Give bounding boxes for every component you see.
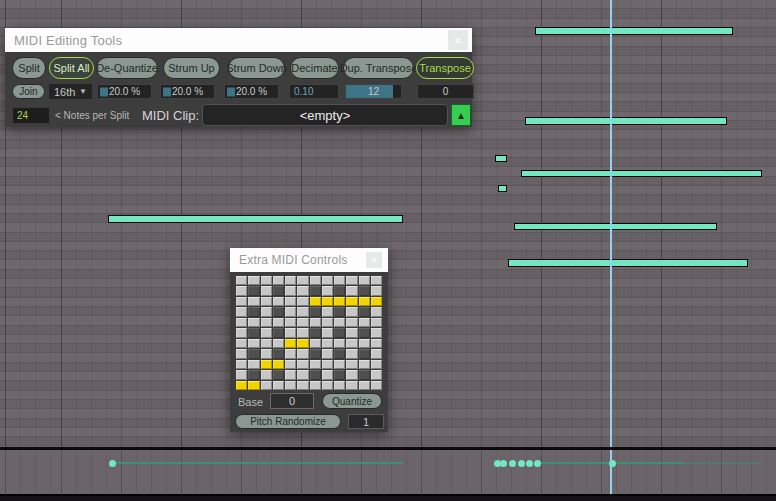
- midi-note[interactable]: [535, 27, 611, 35]
- matrix-cell[interactable]: [346, 307, 357, 316]
- matrix-cell[interactable]: [310, 381, 321, 390]
- matrix-cell[interactable]: [346, 370, 357, 379]
- matrix-cell[interactable]: [236, 339, 247, 348]
- matrix-cell[interactable]: [334, 318, 345, 327]
- matrix-cell[interactable]: [273, 307, 284, 316]
- midi-note[interactable]: [611, 27, 733, 35]
- matrix-cell[interactable]: [248, 318, 259, 327]
- split-all-button[interactable]: Split All: [49, 57, 94, 79]
- matrix-cell[interactable]: [248, 339, 259, 348]
- matrix-cell[interactable]: [334, 276, 345, 285]
- notes-per-split-field[interactable]: 24: [12, 107, 50, 124]
- matrix-cell[interactable]: [359, 297, 370, 306]
- matrix-cell[interactable]: [322, 286, 333, 295]
- matrix-cell[interactable]: [334, 381, 345, 390]
- pitch-randomize-value-field[interactable]: 1: [348, 414, 384, 429]
- matrix-cell[interactable]: [273, 297, 284, 306]
- midi-tools-titlebar[interactable]: MIDI Editing Tools ×: [5, 28, 472, 52]
- matrix-cell[interactable]: [322, 307, 333, 316]
- matrix-cell[interactable]: [261, 370, 272, 379]
- strum-down-amount-field[interactable]: 20.0 %: [224, 84, 279, 99]
- matrix-cell[interactable]: [359, 328, 370, 337]
- matrix-cell[interactable]: [346, 328, 357, 337]
- matrix-cell[interactable]: [310, 339, 321, 348]
- matrix-cell[interactable]: [334, 307, 345, 316]
- matrix-cell[interactable]: [285, 276, 296, 285]
- matrix-cell[interactable]: [248, 328, 259, 337]
- matrix-cell[interactable]: [261, 297, 272, 306]
- matrix-cell[interactable]: [371, 370, 382, 379]
- matrix-cell[interactable]: [261, 360, 272, 369]
- matrix-cell[interactable]: [261, 339, 272, 348]
- matrix-cell[interactable]: [322, 349, 333, 358]
- matrix-cell[interactable]: [359, 370, 370, 379]
- matrix-cell[interactable]: [322, 297, 333, 306]
- matrix-cell[interactable]: [334, 370, 345, 379]
- dequantize-amount-field[interactable]: 20.0 %: [97, 84, 152, 99]
- matrix-cell[interactable]: [248, 349, 259, 358]
- transpose-amount-field[interactable]: 0: [417, 84, 474, 99]
- matrix-cell[interactable]: [310, 307, 321, 316]
- dup-transpose-semitones-field[interactable]: 12: [345, 84, 402, 99]
- matrix-cell[interactable]: [261, 381, 272, 390]
- matrix-cell[interactable]: [334, 328, 345, 337]
- matrix-cell[interactable]: [346, 276, 357, 285]
- pitch-randomize-button[interactable]: Pitch Randomize: [235, 414, 341, 429]
- matrix-cell[interactable]: [322, 328, 333, 337]
- matrix-cell[interactable]: [273, 328, 284, 337]
- midi-note[interactable]: [521, 170, 611, 177]
- close-icon[interactable]: ×: [366, 252, 382, 268]
- matrix-cell[interactable]: [273, 339, 284, 348]
- matrix-cell[interactable]: [285, 349, 296, 358]
- matrix-cell[interactable]: [371, 349, 382, 358]
- matrix-cell[interactable]: [310, 297, 321, 306]
- matrix-cell[interactable]: [236, 318, 247, 327]
- matrix-cell[interactable]: [236, 370, 247, 379]
- midi-note[interactable]: [498, 185, 507, 192]
- decimate-amount-field[interactable]: 0.10: [289, 84, 339, 99]
- matrix-cell[interactable]: [273, 370, 284, 379]
- matrix-cell[interactable]: [346, 360, 357, 369]
- matrix-cell[interactable]: [248, 276, 259, 285]
- strum-up-button[interactable]: Strum Up: [163, 57, 220, 79]
- matrix-cell[interactable]: [310, 370, 321, 379]
- midi-note[interactable]: [508, 259, 611, 267]
- matrix-cell[interactable]: [236, 381, 247, 390]
- midi-note[interactable]: [611, 259, 748, 267]
- matrix-cell[interactable]: [273, 381, 284, 390]
- matrix-cell[interactable]: [285, 370, 296, 379]
- matrix-cell[interactable]: [297, 286, 308, 295]
- matrix-cell[interactable]: [322, 370, 333, 379]
- matrix-cell[interactable]: [236, 276, 247, 285]
- matrix-cell[interactable]: [261, 286, 272, 295]
- matrix-cell[interactable]: [359, 349, 370, 358]
- matrix-cell[interactable]: [371, 307, 382, 316]
- midi-note[interactable]: [611, 117, 727, 125]
- strum-down-button[interactable]: Strum Down: [228, 57, 285, 79]
- matrix-cell[interactable]: [261, 276, 272, 285]
- extra-controls-titlebar[interactable]: Extra MIDI Controls ×: [230, 248, 388, 272]
- matrix-cell[interactable]: [334, 339, 345, 348]
- matrix-cell[interactable]: [297, 360, 308, 369]
- transpose-button[interactable]: Transpose: [416, 57, 474, 79]
- matrix-cell[interactable]: [371, 286, 382, 295]
- matrix-cell[interactable]: [236, 307, 247, 316]
- matrix-cell[interactable]: [371, 339, 382, 348]
- matrix-cell[interactable]: [334, 297, 345, 306]
- matrix-cell[interactable]: [322, 318, 333, 327]
- matrix-cell[interactable]: [297, 370, 308, 379]
- matrix-cell[interactable]: [310, 286, 321, 295]
- matrix-cell[interactable]: [359, 381, 370, 390]
- matrix-cell[interactable]: [248, 381, 259, 390]
- matrix-cell[interactable]: [248, 360, 259, 369]
- matrix-cell[interactable]: [273, 286, 284, 295]
- matrix-cell[interactable]: [261, 307, 272, 316]
- matrix-cell[interactable]: [359, 276, 370, 285]
- matrix-cell[interactable]: [359, 339, 370, 348]
- matrix-cell[interactable]: [261, 328, 272, 337]
- matrix-cell[interactable]: [346, 339, 357, 348]
- matrix-cell[interactable]: [346, 381, 357, 390]
- matrix-cell[interactable]: [310, 349, 321, 358]
- matrix-cell[interactable]: [285, 307, 296, 316]
- matrix-cell[interactable]: [359, 360, 370, 369]
